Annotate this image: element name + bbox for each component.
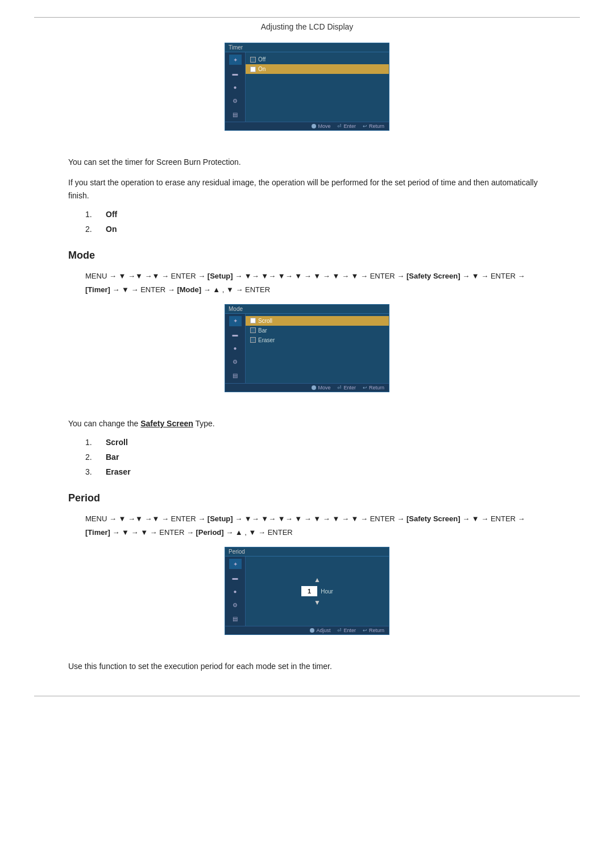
footer-return: ↩ Return bbox=[363, 123, 384, 129]
mode-footer-enter: ⏎ Enter bbox=[337, 385, 356, 391]
period-sidebar-icon-monitor: ▬ bbox=[229, 572, 242, 583]
period-arrow-down: ▼ bbox=[314, 599, 321, 607]
mode-sidebar-icon-cursor: ✦ bbox=[229, 316, 242, 326]
timer-list-item-1: 1. Off bbox=[85, 210, 546, 219]
period-tv-sidebar: ✦ ▬ ● ⚙ ▤ bbox=[225, 556, 246, 626]
mode-list-item-1: 1. Scroll bbox=[85, 438, 546, 447]
period-value: 1 bbox=[301, 586, 317, 596]
mode-nav-path: MENU → ▼ →▼ →▼ → ENTER → [Setup] → ▼→ ▼→… bbox=[85, 269, 546, 296]
timer-menu-items: Off On bbox=[246, 52, 389, 122]
timer-off-checkbox bbox=[250, 57, 256, 63]
mode-tv-sidebar: ✦ ▬ ● ⚙ ▤ bbox=[225, 314, 246, 383]
mode-item-eraser: Eraser bbox=[246, 335, 389, 345]
mode-heading: Mode bbox=[68, 250, 546, 261]
mode-sidebar-icon-doc: ▤ bbox=[229, 371, 242, 381]
timer-para1: You can set the timer for Screen Burn Pr… bbox=[68, 156, 546, 168]
mode-scroll-checkbox bbox=[250, 318, 256, 323]
mode-footer-return: ↩ Return bbox=[363, 385, 384, 391]
sidebar-icon-circle: ● bbox=[229, 82, 242, 92]
mode-item-scroll: Scroll bbox=[246, 316, 389, 326]
page-title: Adjusting the LCD Display bbox=[34, 22, 580, 31]
mode-menu-screenshot: Mode ✦ ▬ ● ⚙ ▤ Scroll bbox=[225, 304, 389, 392]
mode-item-bar: Bar bbox=[246, 326, 389, 335]
mode-para: You can change the Safety Screen Type. bbox=[68, 417, 546, 430]
mode-menu-title: Mode bbox=[225, 305, 389, 314]
period-para: Use this function to set the execution p… bbox=[68, 660, 546, 672]
timer-on-checkbox bbox=[250, 67, 256, 72]
sidebar-icon-monitor: ▬ bbox=[229, 68, 242, 78]
mode-menu-footer: Move ⏎ Enter ↩ Return bbox=[225, 383, 389, 392]
mode-menu-items: Scroll Bar Eraser bbox=[246, 314, 389, 383]
period-arrow-up: ▲ bbox=[314, 576, 321, 584]
period-content: ▲ 1 Hour ▼ bbox=[246, 556, 389, 626]
period-menu-footer: Adjust ⏎ Enter ↩ Return bbox=[225, 626, 389, 634]
period-value-row: 1 Hour bbox=[301, 586, 333, 596]
tv-sidebar: ✦ ▬ ● ⚙ ▤ bbox=[225, 52, 246, 122]
period-footer-return: ↩ Return bbox=[363, 628, 384, 633]
period-sidebar-icon-circle: ● bbox=[229, 586, 242, 596]
period-footer-adjust: Adjust bbox=[310, 628, 330, 633]
timer-item-off: Off bbox=[246, 55, 389, 64]
period-heading: Period bbox=[68, 492, 546, 504]
mode-sidebar-icon-circle: ● bbox=[229, 343, 242, 354]
period-sidebar-icon-doc: ▤ bbox=[229, 613, 242, 624]
timer-menu-screenshot: Timer ✦ ▬ ● ⚙ ▤ Off On bbox=[225, 43, 389, 131]
timer-menu-footer: Move ⏎ Enter ↩ Return bbox=[225, 122, 389, 130]
mode-footer-move: Move bbox=[312, 385, 330, 391]
mode-sidebar-icon-monitor: ▬ bbox=[229, 330, 242, 340]
period-menu-screenshot: Period ✦ ▬ ● ⚙ ▤ ▲ 1 Hour bbox=[225, 547, 389, 635]
mode-list-item-3: 3. Eraser bbox=[85, 467, 546, 476]
period-sidebar-icon-gear: ⚙ bbox=[229, 600, 242, 610]
mode-eraser-checkbox bbox=[250, 337, 256, 343]
period-footer-enter: ⏎ Enter bbox=[337, 628, 356, 633]
period-nav-path: MENU → ▼ →▼ →▼ → ENTER → [Setup] → ▼→ ▼→… bbox=[85, 512, 546, 539]
mode-sidebar-icon-gear: ⚙ bbox=[229, 357, 242, 367]
timer-menu-title: Timer bbox=[225, 43, 389, 52]
footer-enter: ⏎ Enter bbox=[337, 123, 356, 129]
timer-list-item-2: 2. On bbox=[85, 225, 546, 234]
timer-item-on: On bbox=[246, 64, 389, 74]
period-menu-title: Period bbox=[225, 547, 389, 556]
timer-para2: If you start the operation to erase any … bbox=[68, 176, 546, 202]
sidebar-icon-cursor: ✦ bbox=[229, 55, 242, 65]
footer-move: Move bbox=[312, 123, 330, 129]
mode-list-item-2: 2. Bar bbox=[85, 452, 546, 462]
mode-bar-checkbox bbox=[250, 327, 256, 333]
sidebar-icon-gear: ⚙ bbox=[229, 95, 242, 106]
period-unit: Hour bbox=[321, 588, 333, 595]
period-sidebar-icon-cursor: ✦ bbox=[229, 559, 242, 569]
sidebar-icon-doc: ▤ bbox=[229, 109, 242, 119]
